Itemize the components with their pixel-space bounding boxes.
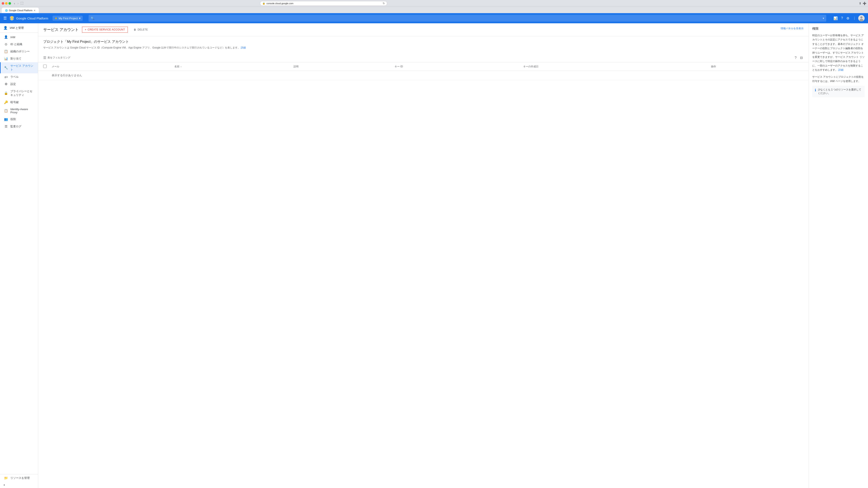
empty-message: 表示する行がありません bbox=[48, 71, 809, 80]
table-header-desc: 説明 bbox=[290, 63, 391, 71]
panel-desc-2: サービス アカウントにプロジェクトの役割を付与するには、IAM ページを使用しま… bbox=[812, 75, 865, 84]
hide-panel-link[interactable]: 情報パネルを非表示 bbox=[781, 27, 804, 30]
select-all-checkbox[interactable] bbox=[43, 65, 46, 68]
sidebar-item-crypto-label: 暗号鍵 bbox=[10, 100, 19, 104]
search-icon: 🔍 bbox=[91, 17, 94, 20]
info-title: プロジェクト「My First Project」のサービス アカウント bbox=[43, 40, 804, 44]
table-header-name[interactable]: 名前 ↑ bbox=[171, 63, 290, 71]
search-expand-icon[interactable]: ▾ bbox=[823, 17, 824, 20]
notifications-icon[interactable]: 📊 bbox=[832, 15, 839, 22]
window-controls bbox=[2, 2, 11, 5]
maximize-window-button[interactable] bbox=[8, 2, 11, 5]
search-input[interactable] bbox=[96, 17, 821, 20]
page-header: サービス アカウント + CREATE SERVICE ACCOUNT 🗑 DE… bbox=[38, 23, 809, 36]
sidebar-item-settings[interactable]: ⚙ 設定 bbox=[0, 80, 38, 88]
sidebar: 👤 IAM と管理 👤 IAM ⊙ ID と組織 📋 組織のポリシー 📊 割り当… bbox=[0, 23, 38, 488]
avatar[interactable] bbox=[858, 15, 865, 22]
new-tab-button[interactable]: ➕ bbox=[863, 2, 866, 5]
audit-icon: ☰ bbox=[4, 125, 8, 128]
close-window-button[interactable] bbox=[2, 2, 4, 5]
main-container: 👤 IAM と管理 👤 IAM ⊙ ID と組織 📋 組織のポリシー 📊 割り当… bbox=[0, 23, 868, 488]
settings-icon[interactable]: ⚙ bbox=[845, 15, 850, 22]
sidebar-item-labels[interactable]: 🏷 ラベル bbox=[0, 73, 38, 80]
table-actions: ? ⊟ bbox=[794, 55, 804, 61]
hamburger-menu-icon[interactable]: ☰ bbox=[3, 16, 7, 21]
lock-icon: 🔒 bbox=[262, 2, 265, 5]
sidebar-item-crypto[interactable]: 🔑 暗号鍵 bbox=[0, 99, 38, 106]
data-table: メール 名前 ↑ 説明 キー ID bbox=[38, 63, 809, 80]
sidebar-item-identity-label: ID と組織 bbox=[10, 42, 22, 46]
sidebar-item-assign[interactable]: 📊 割り当て bbox=[0, 55, 38, 62]
sidebar-item-manage-resources[interactable]: 📁 リソースを管理 bbox=[0, 475, 38, 482]
create-btn-label: CREATE SERVICE ACCOUNT bbox=[88, 28, 125, 31]
share-button[interactable]: ⬆ bbox=[859, 2, 862, 5]
sidebar-item-service-accounts[interactable]: 🔧 サービス アカウント bbox=[0, 62, 38, 73]
info-box-icon: ℹ bbox=[815, 88, 816, 92]
panel-desc-1: 特定のユーザーが所有権を持ち、サービス アカウントとその設定にアクセスできるよう… bbox=[812, 33, 865, 72]
resize-button[interactable]: ⛶ bbox=[21, 2, 23, 5]
table-help-button[interactable]: ? bbox=[794, 55, 798, 61]
crypto-icon: 🔑 bbox=[4, 100, 8, 104]
content-area: サービス アカウント + CREATE SERVICE ACCOUNT 🗑 DE… bbox=[38, 23, 868, 488]
project-name: My First Project bbox=[59, 17, 78, 20]
table-header-actions: 操作 bbox=[708, 63, 809, 71]
back-button[interactable]: ‹ bbox=[13, 1, 16, 6]
search-bar[interactable]: 🔍 ▾ bbox=[89, 15, 826, 22]
sidebar-item-audit-label: 監査ログ bbox=[10, 125, 22, 128]
info-desc: サービス アカウントは Google Cloud サービス ID（Compute… bbox=[43, 46, 804, 50]
sidebar-item-org-policy[interactable]: 📋 組織のポリシー bbox=[0, 48, 38, 55]
identity-icon: ⊙ bbox=[4, 42, 8, 46]
app-header: ☰ Google Cloud Platform ★ My First Proje… bbox=[0, 13, 868, 23]
sort-name-button[interactable]: 名前 ↑ bbox=[175, 65, 287, 68]
more-icon[interactable]: ⋮ bbox=[851, 15, 858, 22]
table-header-email: メール bbox=[48, 63, 171, 71]
create-service-account-button[interactable]: + CREATE SERVICE ACCOUNT bbox=[82, 27, 128, 33]
panel-link-1[interactable]: 詳細 bbox=[838, 68, 843, 71]
sidebar-item-identity[interactable]: ⊙ ID と組織 bbox=[0, 41, 38, 48]
app-logo: Google Cloud Platform bbox=[9, 16, 48, 21]
iam-icon: 👤 bbox=[4, 35, 8, 39]
panel-header: 権限 bbox=[812, 27, 865, 31]
iam-header-icon: 👤 bbox=[3, 26, 8, 30]
sidebar-item-roles-label: 役割 bbox=[10, 117, 16, 121]
project-star-icon: ★ bbox=[55, 17, 57, 20]
plus-icon: + bbox=[85, 28, 87, 31]
sidebar-collapse-button[interactable]: ◂ bbox=[0, 482, 38, 488]
help-icon[interactable]: ? bbox=[840, 15, 844, 22]
info-link[interactable]: 詳細 bbox=[241, 46, 246, 49]
reload-icon[interactable]: ↻ bbox=[383, 2, 385, 5]
table-columns-button[interactable]: ⊟ bbox=[799, 55, 804, 61]
org-policy-icon: 📋 bbox=[4, 50, 8, 53]
delete-button[interactable]: 🗑 DELETE bbox=[131, 27, 151, 32]
filter-button[interactable]: ☰ 表をフィルタリング bbox=[43, 56, 70, 60]
sidebar-item-privacy-label: プライバシーとセキュリティ bbox=[10, 89, 35, 97]
sidebar-item-settings-label: 設定 bbox=[10, 82, 16, 86]
minimize-window-button[interactable] bbox=[5, 2, 8, 5]
svg-point-3 bbox=[860, 19, 863, 22]
info-title-text: プロジェクト「My First Project」のサービス アカウント bbox=[43, 40, 129, 43]
sidebar-item-audit[interactable]: ☰ 監査ログ bbox=[0, 123, 38, 130]
active-tab[interactable]: 🌐 Google Cloud Platform ✕ bbox=[2, 8, 39, 13]
table-header-key-id: キー ID bbox=[391, 63, 520, 71]
project-selector[interactable]: ★ My First Project ▾ bbox=[53, 16, 83, 21]
collapse-icon: ◂ bbox=[3, 483, 5, 486]
address-bar[interactable]: 🔒 console.cloud.google.com ↻ bbox=[260, 1, 387, 6]
sidebar-item-iap[interactable]: 📋 Identity-Aware Proxy bbox=[0, 106, 38, 116]
forward-button[interactable]: › bbox=[17, 1, 20, 6]
trash-icon: 🗑 bbox=[134, 28, 136, 31]
info-desc-text: サービス アカウントは Google Cloud サービス ID（Compute… bbox=[43, 46, 240, 49]
tab-bar: 🌐 Google Cloud Platform ✕ bbox=[0, 7, 868, 13]
tab-title: Google Cloud Platform bbox=[9, 9, 32, 12]
manage-resources-icon: 📁 bbox=[4, 476, 8, 480]
sidebar-item-privacy[interactable]: 🔒 プライバシーとセキュリティ bbox=[0, 88, 38, 99]
roles-icon: 👥 bbox=[4, 117, 8, 121]
app-title: Google Cloud Platform bbox=[16, 17, 48, 20]
tab-close-icon[interactable]: ✕ bbox=[34, 9, 35, 12]
sidebar-item-roles[interactable]: 👥 役割 bbox=[0, 116, 38, 123]
page-title: サービス アカウント bbox=[43, 27, 79, 32]
sidebar-item-iam[interactable]: 👤 IAM bbox=[0, 33, 38, 41]
table-toolbar: ☰ 表をフィルタリング ? ⊟ bbox=[38, 53, 809, 63]
url-text: console.cloud.google.com bbox=[267, 2, 293, 5]
sidebar-item-service-accounts-label: サービス アカウント bbox=[10, 64, 35, 72]
sidebar-item-manage-resources-label: リソースを管理 bbox=[10, 476, 30, 480]
